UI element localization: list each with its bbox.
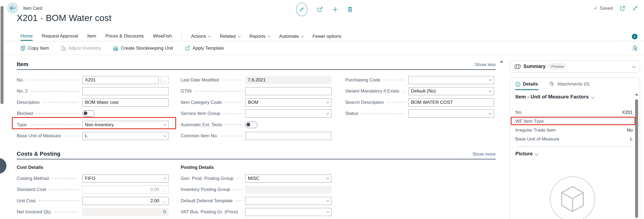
status-select[interactable] [408,109,494,118]
chevron-down-icon [326,210,329,213]
blocked-toggle[interactable] [82,110,95,117]
saved-label: Saved [600,6,613,11]
show-more-link[interactable]: Show more [472,152,496,157]
tab-home[interactable]: Home [20,32,33,41]
item-section-title: Item [17,61,28,67]
scroll-up-arrow-icon[interactable] [500,60,503,63]
main-scrollbar[interactable] [500,60,503,219]
service-item-group-select[interactable] [245,109,331,118]
copy-item-button[interactable]: Copy Item [20,46,49,51]
page-caption: Item Card [23,6,42,11]
show-less-link[interactable]: Show less [475,62,496,67]
field-net-invoiced-qty: Net Invoiced Qty. 0 [17,207,169,218]
chevron-down-icon [326,176,329,179]
menu-actions[interactable]: Actions [191,34,211,39]
no-assist-button[interactable]: ... [161,76,169,84]
main-scrollbar-thumb[interactable] [1,6,4,104]
fewer-options-button[interactable]: Fewer options [313,34,341,39]
vat-bus-posting-gr-select[interactable] [245,208,331,216]
menu-related[interactable]: Related [220,34,240,39]
collapse-icon [632,5,638,11]
assist-edit-icon[interactable]: ... [162,187,166,192]
gen-prod-posting-group-select[interactable]: MISC [245,174,331,183]
last-date-modified-value: 7.6.2021 [245,76,331,84]
posting-details-subtitle: Posting Details [181,162,331,173]
tab-request-approval[interactable]: Request Approval [42,32,78,41]
chevron-down-icon [163,176,166,179]
apply-template-button[interactable]: Apply Template [185,46,224,51]
base-uom-select[interactable]: L [82,132,169,140]
save-status: ✓ Saved [594,5,613,11]
field-type: Type Non-Inventory [17,119,169,131]
info-icon [515,82,520,87]
no2-input[interactable] [82,87,169,95]
summary-card[interactable]: Summary Preview [510,60,640,73]
field-costing-method: Costing Method FIFO [17,173,169,184]
edit-button[interactable] [296,3,307,16]
picture-placeholder[interactable] [550,176,595,219]
details-heading[interactable]: Item - Unit of Measure Factors [515,94,594,100]
new-button[interactable] [332,6,338,12]
factbox-row-base-unit-of-measure[interactable]: Base Unit of Measure L [515,135,633,143]
paperclip-icon [549,81,555,87]
default-deferral-template-select[interactable] [245,197,331,205]
tab-details[interactable]: Details [515,81,538,87]
no-input[interactable]: X201 [82,76,159,84]
search-description-input[interactable]: BOM WATER COST [408,98,494,107]
info-icon[interactable]: i [632,34,638,39]
collapse-button[interactable] [632,5,638,11]
tab-item[interactable]: Item [87,32,96,41]
factbox-row-wf-item-type[interactable]: WF Item Type [515,117,633,126]
chevron-down-icon [489,78,492,81]
type-select[interactable]: Non-Inventory [82,121,169,129]
cost-details-subtitle: Cost Details [17,162,169,173]
menu-reports[interactable]: Reports [249,34,270,39]
common-item-no-input[interactable] [245,132,331,140]
adjust-inventory-button[interactable]: Adjust Inventory [61,46,101,51]
tab-prices-discounts[interactable]: Prices & Discounts [105,32,144,41]
unit-cost-input[interactable]: 2,00... [82,197,169,205]
factbox-scrollbar[interactable] [635,93,638,219]
chevron-down-icon[interactable] [632,64,636,68]
net-invoiced-qty-value[interactable]: 0 [82,208,169,216]
factbox-row-no[interactable]: No. X201 [515,108,633,117]
costing-method-select[interactable]: FIFO [82,174,169,183]
automatic-ext-texts-toggle[interactable] [245,122,258,128]
open-in-new-window-button[interactable] [620,5,625,11]
standard-cost-input[interactable]: 0,00... [82,186,169,194]
create-stockkeeping-unit-button[interactable]: Create Stockkeeping Unit [113,46,173,51]
chevron-down-icon [591,95,595,99]
unpin-button[interactable] [631,45,638,51]
copy-icon [20,46,26,51]
factbox-row-irregular-trade-item[interactable]: Irregular Trade Item No [515,126,633,135]
field-status: Status [345,108,494,119]
menu-automate[interactable]: Automate [279,34,303,39]
tab-attachments[interactable]: Attachments (0) [549,81,590,87]
costs-fields-grid: Cost Details Costing Method FIFO Standar… [17,160,496,218]
back-button[interactable] [7,2,18,14]
field-gen-prod-posting-group: Gen. Prod. Posting Group MISC [181,173,331,184]
chevron-down-icon [238,34,241,37]
action-bar: Copy Item Adjust Inventory Create Stockk… [0,42,644,55]
assist-edit-icon[interactable]: ... [162,199,166,203]
share-button[interactable] [317,6,323,12]
variant-mandatory-select[interactable]: Default (No) [408,87,494,95]
factbox-scrollbar-thumb[interactable] [635,99,638,218]
scroll-up-arrow-icon[interactable] [635,93,638,95]
item-category-select[interactable]: BOM [245,98,331,107]
item-fields-grid: No. X201 ... No. 2 Description BOM Water… [17,74,496,142]
tab-wisefish[interactable]: WiseFish [153,32,172,41]
delete-button[interactable] [347,6,353,12]
field-search-description: Search Description BOM WATER COST [345,97,494,108]
window-controls: ✓ Saved [594,5,638,11]
field-blocked: Blocked [17,108,169,119]
purchasing-code-select[interactable] [408,76,494,84]
chevron-down-icon [489,89,492,92]
description-input[interactable]: BOM Water cost [82,98,169,107]
template-icon [185,46,190,51]
field-unit-cost: Unit Cost 2,00... [17,195,169,207]
picture-heading[interactable]: Picture [515,151,538,157]
details-rows: No. X201 WF Item Type Irregular Trade It… [515,108,633,143]
gtin-input[interactable] [245,87,331,95]
pencil-icon [299,7,304,12]
